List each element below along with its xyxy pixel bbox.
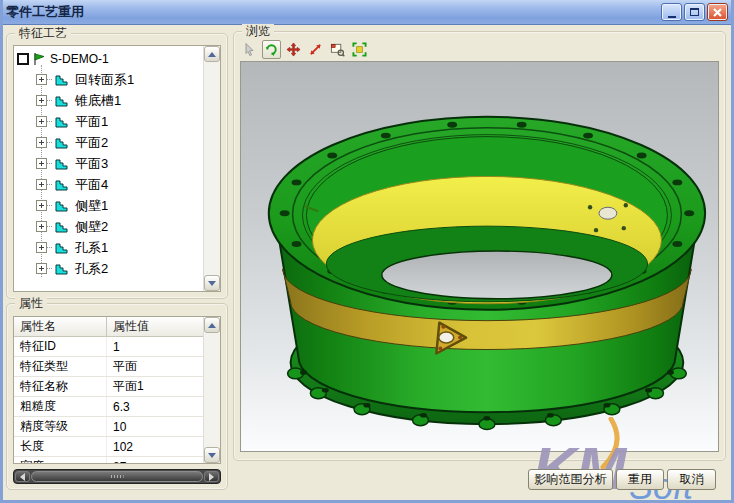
expand-icon[interactable] xyxy=(36,179,47,190)
tree-connector xyxy=(47,142,52,143)
tree-connector xyxy=(47,205,52,206)
expand-icon[interactable] xyxy=(36,242,47,253)
chevron-right-icon xyxy=(209,473,214,481)
table-row[interactable]: 特征ID1 xyxy=(14,337,203,357)
prop-name: 特征类型 xyxy=(14,358,106,375)
reuse-button[interactable]: 重用 xyxy=(616,469,664,490)
expand-icon[interactable] xyxy=(36,200,47,211)
properties-scrollbar[interactable] xyxy=(203,317,220,463)
tree-connector xyxy=(47,268,52,269)
tree-item[interactable]: 平面4 xyxy=(14,174,203,195)
feature-tree-panel-title: 特征工艺 xyxy=(15,26,71,40)
feature-icon xyxy=(54,240,69,255)
properties-table: 属性名 属性值 特征ID1 特征类型平面 特征名称平面1 粗糙度6.3 精度等级… xyxy=(13,316,221,464)
zoom-window-icon[interactable] xyxy=(328,40,347,59)
properties-scroll-up-button[interactable] xyxy=(204,317,220,333)
fit-view-icon[interactable] xyxy=(350,40,369,59)
tree-item[interactable]: 平面3 xyxy=(14,153,203,174)
tree-connector xyxy=(47,163,52,164)
dialog-window: 零件工艺重用 特征工艺 S-DEMO-1 xyxy=(0,0,734,503)
feature-icon xyxy=(54,72,69,87)
impact-analysis-button[interactable]: 影响范围分析 xyxy=(528,469,613,490)
tree-scrollbar[interactable] xyxy=(203,46,220,291)
cancel-button[interactable]: 取消 xyxy=(667,469,716,490)
table-row[interactable]: 长度102 xyxy=(14,437,203,457)
tree-connector xyxy=(47,226,52,227)
expand-icon[interactable] xyxy=(36,137,47,148)
feature-icon xyxy=(54,135,69,150)
tree-item[interactable]: 侧壁1 xyxy=(14,195,203,216)
hscroll-left-button[interactable] xyxy=(15,471,30,482)
tree-item[interactable]: 孔系2 xyxy=(14,258,203,279)
prop-name: 特征名称 xyxy=(14,378,106,395)
expand-icon[interactable] xyxy=(36,95,47,106)
prop-name: 宽度 xyxy=(14,458,106,463)
tree-item-label: 侧壁2 xyxy=(75,218,108,236)
tree-scroll-up-button[interactable] xyxy=(204,46,220,62)
tree-item-label: 侧壁1 xyxy=(75,197,108,215)
tree-connector xyxy=(47,79,52,80)
expand-icon[interactable] xyxy=(36,263,47,274)
prop-value: 10 xyxy=(106,417,203,436)
tree-item[interactable]: 侧壁2 xyxy=(14,216,203,237)
tree-item-label: 孔系2 xyxy=(75,260,108,278)
titlebar[interactable]: 零件工艺重用 xyxy=(0,0,734,25)
properties-header-row: 属性名 属性值 xyxy=(14,317,203,337)
tree-root-item[interactable]: S-DEMO-1 xyxy=(14,48,203,69)
table-row[interactable]: 粗糙度6.3 xyxy=(14,397,203,417)
expand-icon[interactable] xyxy=(36,74,47,85)
rotate-icon[interactable] xyxy=(262,40,281,59)
table-row[interactable]: 特征类型平面 xyxy=(14,357,203,377)
model-viewport[interactable] xyxy=(240,61,719,452)
hscroll-right-button[interactable] xyxy=(204,471,219,482)
expand-icon[interactable] xyxy=(36,116,47,127)
chevron-left-icon xyxy=(20,473,25,481)
feature-icon xyxy=(54,93,69,108)
tree-item[interactable]: 平面2 xyxy=(14,132,203,153)
tree-connector xyxy=(47,184,52,185)
feature-icon xyxy=(54,261,69,276)
tree-item[interactable]: 锥底槽1 xyxy=(14,90,203,111)
prop-value: 平面 xyxy=(106,357,203,376)
table-row[interactable]: 精度等级10 xyxy=(14,417,203,437)
pan-icon[interactable] xyxy=(284,40,303,59)
feature-icon xyxy=(54,156,69,171)
model-3d xyxy=(241,62,718,451)
tree-item[interactable]: 孔系1 xyxy=(14,237,203,258)
expand-icon[interactable] xyxy=(36,158,47,169)
feature-tree: S-DEMO-1 回转面系1 锥底槽1 平面1 平面2 平面3 平面4 侧壁1 … xyxy=(13,45,221,292)
close-button[interactable] xyxy=(707,3,728,21)
root-checkbox[interactable] xyxy=(17,53,29,65)
browser-panel: 浏览 xyxy=(233,31,726,461)
properties-horizontal-scrollbar[interactable] xyxy=(13,469,221,484)
properties-panel: 属性 属性名 属性值 特征ID1 特征类型平面 特征名称平面1 粗糙度6.3 精… xyxy=(6,303,228,490)
prop-name: 粗糙度 xyxy=(14,398,106,415)
tree-item[interactable]: 回转面系1 xyxy=(14,69,203,90)
prop-value: 87 xyxy=(106,457,203,463)
feature-tree-panel: 特征工艺 S-DEMO-1 回转面系1 锥底槽1 平面1 平面2 平面 xyxy=(6,33,228,299)
view-toolbar xyxy=(240,39,369,59)
maximize-button[interactable] xyxy=(684,3,705,21)
tree-item-label: 孔系1 xyxy=(75,239,108,257)
hscroll-thumb[interactable] xyxy=(31,471,203,482)
tree-items: S-DEMO-1 回转面系1 锥底槽1 平面1 平面2 平面3 平面4 侧壁1 … xyxy=(14,46,203,291)
table-row[interactable]: 特征名称平面1 xyxy=(14,377,203,397)
column-header-value: 属性值 xyxy=(106,317,203,336)
properties-scroll-down-button[interactable] xyxy=(204,447,220,463)
tree-item[interactable]: 平面1 xyxy=(14,111,203,132)
prop-name: 长度 xyxy=(14,438,106,455)
expand-icon[interactable] xyxy=(36,221,47,232)
prop-name: 特征ID xyxy=(14,338,106,355)
prop-value: 1 xyxy=(106,337,203,356)
table-row[interactable]: 宽度87 xyxy=(14,457,203,463)
zoom-icon[interactable] xyxy=(306,40,325,59)
tree-scroll-down-button[interactable] xyxy=(204,275,220,291)
close-icon xyxy=(712,7,723,18)
flag-icon xyxy=(32,52,46,66)
tree-item-label: 平面4 xyxy=(75,176,108,194)
chevron-up-icon xyxy=(208,52,216,57)
tree-root-label: S-DEMO-1 xyxy=(50,52,109,66)
tree-item-label: 回转面系1 xyxy=(75,71,134,89)
select-cursor-icon[interactable] xyxy=(240,40,259,59)
minimize-button[interactable] xyxy=(661,3,682,21)
